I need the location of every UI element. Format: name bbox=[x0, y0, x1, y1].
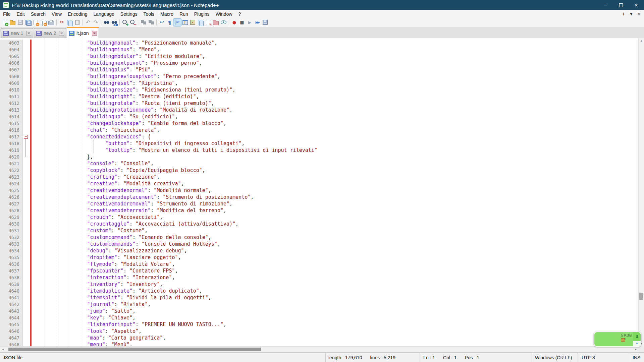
open-file-button[interactable] bbox=[9, 19, 16, 26]
scroll-right-arrow[interactable]: ► bbox=[633, 347, 639, 352]
show-indent-guide-button[interactable] bbox=[173, 19, 181, 26]
tab-it.json[interactable]: it.json✕ bbox=[67, 27, 99, 38]
menu-search[interactable]: Search bbox=[28, 11, 49, 17]
zoom-in-button[interactable]: + bbox=[121, 19, 129, 26]
status-insert-mode[interactable]: INS bbox=[628, 353, 644, 362]
menu-help[interactable]: ? bbox=[235, 11, 244, 17]
line-number[interactable]: 4605 bbox=[0, 53, 23, 60]
code-line-4613[interactable]: 4613 "buildingrotationmode": "Modalità d… bbox=[0, 107, 639, 113]
line-number[interactable]: 4631 bbox=[0, 227, 23, 234]
zoom-out-button[interactable]: − bbox=[129, 19, 137, 26]
line-number[interactable]: 4643 bbox=[0, 308, 23, 314]
line-number[interactable]: 4620 bbox=[0, 154, 23, 160]
line-number[interactable]: 4628 bbox=[0, 207, 23, 214]
tab-close-icon[interactable]: ✕ bbox=[92, 31, 97, 36]
code-line-4625[interactable]: 4625 "creativemodenormal": "Modalità nor… bbox=[0, 187, 639, 194]
code-line-4605[interactable]: 4605 "buildingmodular": "Edificio modula… bbox=[0, 53, 639, 60]
line-number[interactable]: 4635 bbox=[0, 254, 23, 261]
code-line-4603[interactable]: 4603 "buildingmanual": "Posizionamento m… bbox=[0, 40, 639, 46]
code-line-4619[interactable]: 4619 "tooltip": "Mostra un elenco di tut… bbox=[0, 147, 639, 154]
cut-button[interactable]: ✂ bbox=[58, 19, 66, 26]
code-line-4626[interactable]: 4626 "creativemodeplacement": "Strumento… bbox=[0, 194, 639, 200]
save-button[interactable] bbox=[16, 19, 24, 26]
line-number[interactable]: 4633 bbox=[0, 241, 23, 247]
line-number[interactable]: 4618 bbox=[0, 140, 23, 147]
paste-button[interactable] bbox=[73, 19, 81, 26]
code-line-4616[interactable]: 4616 "chat": "Chiacchierata", bbox=[0, 127, 639, 133]
menu-macro[interactable]: Macro bbox=[157, 11, 176, 17]
line-number[interactable]: 4611 bbox=[0, 93, 23, 100]
macro-record-button[interactable]: ● bbox=[230, 19, 238, 26]
tab-close-icon[interactable]: ✕ bbox=[59, 31, 64, 36]
monitoring-button[interactable] bbox=[220, 19, 227, 26]
code-line-4642[interactable]: 4642 "journal": "Rivista", bbox=[0, 301, 639, 308]
show-all-characters-button[interactable]: ¶ bbox=[166, 19, 173, 26]
maximize-button[interactable] bbox=[613, 0, 629, 10]
code-line-4622[interactable]: 4622 "copyblock": "Copia/Equipaggia bloc… bbox=[0, 167, 639, 174]
line-number[interactable]: 4640 bbox=[0, 288, 23, 294]
code-line-4634[interactable]: 4634 "debug": "Visualizzazione debug", bbox=[0, 247, 639, 254]
code-line-4624[interactable]: 4624 "creative": "Modalità creativa", bbox=[0, 180, 639, 187]
code-line-4610[interactable]: 4610 "buildingresize": "Ridimensiona (ti… bbox=[0, 86, 639, 93]
code-line-4614[interactable]: 4614 "buildingup": "Su (edificio)", bbox=[0, 113, 639, 120]
line-number[interactable]: 4624 bbox=[0, 180, 23, 187]
line-number[interactable]: 4646 bbox=[0, 328, 23, 335]
code-line-4640[interactable]: 4640 "itemduplicate": "Articolo duplicat… bbox=[0, 288, 639, 294]
sync-vertical-scroll-button[interactable] bbox=[140, 19, 147, 26]
line-number[interactable]: 4612 bbox=[0, 100, 23, 107]
edit-marker-button[interactable]: ✎ bbox=[204, 19, 212, 26]
word-wrap-button[interactable]: ↩ bbox=[158, 19, 166, 26]
line-number[interactable]: 4644 bbox=[0, 314, 23, 321]
vertical-scrollbar[interactable]: ▲ ▼ bbox=[638, 38, 644, 346]
expand-overlay-button[interactable]: ▼ bbox=[633, 341, 641, 346]
line-number[interactable]: 4645 bbox=[0, 321, 23, 328]
copy-button[interactable] bbox=[66, 19, 73, 26]
close-button[interactable]: × bbox=[629, 0, 644, 10]
save-all-button[interactable] bbox=[24, 19, 32, 26]
line-number[interactable]: 4639 bbox=[0, 281, 23, 288]
code-line-4628[interactable]: 4628 "creativemodeterrain": "Modifica de… bbox=[0, 207, 639, 214]
menu-file[interactable]: File bbox=[0, 11, 14, 17]
code-line-4643[interactable]: 4643 "jump": "Salto", bbox=[0, 308, 639, 314]
line-number[interactable]: 4621 bbox=[0, 160, 23, 167]
function-list-button[interactable]: ƒ bbox=[181, 19, 189, 26]
document-map-button[interactable] bbox=[189, 19, 197, 26]
undo-button[interactable]: ↶ bbox=[84, 19, 92, 26]
line-number[interactable]: 4608 bbox=[0, 73, 23, 80]
line-number[interactable]: 4626 bbox=[0, 194, 23, 200]
code-line-4615[interactable]: 4615 "changeblockshape": "Cambia forma d… bbox=[0, 120, 639, 127]
code-line-4648[interactable]: 4648 "menu": "Menù", bbox=[0, 341, 639, 346]
status-encoding[interactable]: UTF-8 bbox=[578, 353, 628, 362]
fold-collapse-icon[interactable]: − bbox=[24, 135, 28, 139]
menu-view[interactable]: View bbox=[49, 11, 65, 17]
code-line-4604[interactable]: 4604 "buildingminus": "Meno", bbox=[0, 46, 639, 53]
line-number[interactable]: 4623 bbox=[0, 174, 23, 180]
code-line-4644[interactable]: 4644 "key": "Chiave", bbox=[0, 314, 639, 321]
editor-area[interactable]: 4603 "buildingmanual": "Posizionamento m… bbox=[0, 38, 644, 346]
line-number[interactable]: 4632 bbox=[0, 234, 23, 241]
line-number[interactable]: 4648 bbox=[0, 341, 23, 346]
line-number[interactable]: 4617 bbox=[0, 133, 23, 140]
code-line-4627[interactable]: 4627 "creativemoderemoval": "Strumento d… bbox=[0, 200, 639, 207]
code-line-4639[interactable]: 4639 "inventory": "Inventory", bbox=[0, 281, 639, 288]
line-number[interactable]: 4607 bbox=[0, 66, 23, 73]
code-line-4620[interactable]: 4620 }, bbox=[0, 154, 639, 160]
code-line-4631[interactable]: 4631 "custom": "Costume", bbox=[0, 227, 639, 234]
code-line-4646[interactable]: 4646 "look": "Aspetto", bbox=[0, 328, 639, 335]
macro-play-button[interactable]: ▶ bbox=[246, 19, 254, 26]
code-line-4630[interactable]: 4630 "crouchtoggle": "Accovacciati (atti… bbox=[0, 221, 639, 227]
code-line-4633[interactable]: 4633 "customcommands": "Console Command … bbox=[0, 241, 639, 247]
new-file-button[interactable]: + bbox=[1, 19, 9, 26]
line-number[interactable]: 4610 bbox=[0, 86, 23, 93]
line-number[interactable]: 4627 bbox=[0, 200, 23, 207]
tab-close-icon[interactable]: ✕ bbox=[26, 31, 31, 36]
sync-horizontal-scroll-button[interactable] bbox=[147, 19, 155, 26]
horizontal-scroll-thumb[interactable] bbox=[8, 348, 261, 351]
line-number[interactable]: 4642 bbox=[0, 301, 23, 308]
document-list-button[interactable] bbox=[197, 19, 204, 26]
line-number[interactable]: 4606 bbox=[0, 60, 23, 66]
line-number[interactable]: 4622 bbox=[0, 167, 23, 174]
code-line-4637[interactable]: 4637 "fpscounter": "Contatore FPS", bbox=[0, 267, 639, 274]
download-overlay-widget[interactable]: 5 KB/s ⇓ ▼ bbox=[594, 331, 641, 347]
menu-language[interactable]: Language bbox=[91, 11, 117, 17]
